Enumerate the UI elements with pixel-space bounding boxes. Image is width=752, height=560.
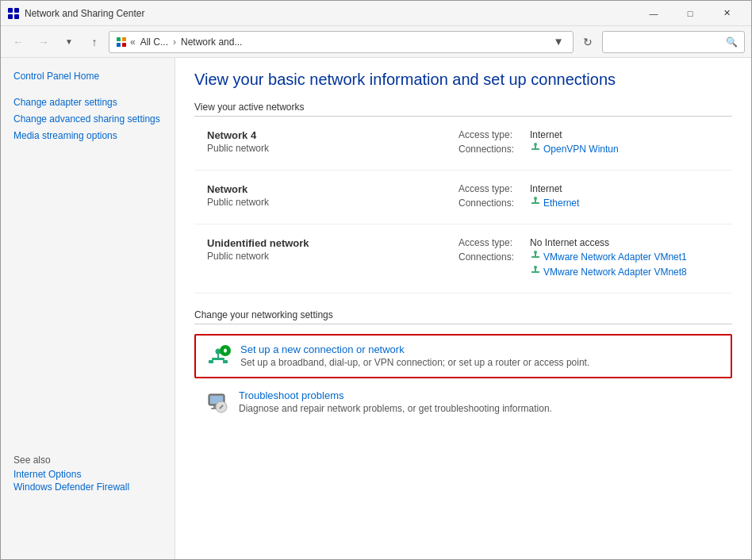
address-text1: « [130, 36, 136, 48]
main-panel: View your basic network information and … [175, 58, 751, 559]
access-type-label-3: Access type: [458, 237, 530, 248]
network-4-access-row: Access type: Internet [458, 129, 732, 140]
svg-point-13 [534, 197, 537, 200]
address-input-field[interactable]: « All C... › Network and... ▼ [109, 31, 574, 53]
address-dropdown-btn[interactable]: ▼ [551, 31, 566, 53]
network-icon-1 [530, 142, 541, 155]
svg-point-16 [534, 251, 537, 254]
connections-label-2: Connections: [458, 198, 530, 209]
firewall-link[interactable]: Windows Defender Firewall [13, 481, 162, 493]
unidentified-access-row: Access type: No Internet access [458, 237, 732, 248]
address-breadcrumb1: All C... [140, 36, 168, 48]
recent-button[interactable]: ▼ [58, 31, 80, 53]
address-separator: › [173, 36, 176, 48]
media-streaming-link[interactable]: Media streaming options [13, 130, 117, 141]
svg-rect-20 [212, 358, 224, 360]
unidentified-connections-row-2: VMware Network Adapter VMnet8 [458, 265, 732, 278]
svg-rect-2 [8, 14, 13, 19]
network-connection-link[interactable]: Ethernet [543, 198, 579, 209]
unidentified-connection-link-2[interactable]: VMware Network Adapter VMnet8 [543, 267, 687, 278]
setup-connection-link[interactable]: Set up a new connection or network [240, 343, 405, 355]
internet-options-link[interactable]: Internet Options [13, 469, 162, 480]
svg-rect-6 [117, 43, 121, 47]
unidentified-connection-link-1[interactable]: VMware Network Adapter VMnet1 [543, 251, 687, 263]
active-networks-header: View your active networks [194, 102, 732, 117]
window-title: Network and Sharing Center [25, 8, 635, 19]
refresh-button[interactable]: ↻ [577, 31, 599, 53]
network-row-3: Unidentified network Public network Acce… [194, 224, 732, 293]
network-icon-2 [530, 196, 541, 209]
access-type-value-3: No Internet access [530, 237, 609, 248]
setup-connection-icon [205, 343, 231, 369]
troubleshoot-desc: Diagnose and repair network problems, or… [239, 403, 723, 414]
sidebar: Control Panel Home Change adapter settin… [1, 58, 175, 559]
unidentified-info: Access type: No Internet access Connecti… [446, 237, 732, 280]
title-bar: Network and Sharing Center — □ ✕ [1, 1, 751, 26]
change-adapter-link[interactable]: Change adapter settings [13, 97, 117, 108]
sidebar-item-advanced-sharing[interactable]: Change advanced sharing settings [1, 110, 175, 127]
svg-point-10 [534, 143, 537, 146]
network-row-1: Network 4 Public network Access type: In… [194, 117, 732, 171]
svg-rect-23 [209, 360, 213, 363]
forward-button[interactable]: → [33, 31, 55, 53]
content-area: Control Panel Home Change adapter settin… [1, 58, 751, 559]
network-4-connection-link[interactable]: OpenVPN Wintun [543, 144, 619, 155]
svg-point-19 [534, 266, 537, 269]
close-button[interactable]: ✕ [708, 1, 745, 26]
change-advanced-sharing-link[interactable]: Change advanced sharing settings [13, 113, 160, 125]
svg-rect-11 [531, 202, 539, 204]
sidebar-item-home[interactable]: Control Panel Home [1, 67, 175, 84]
up-button[interactable]: ↑ [83, 31, 106, 53]
network-icon-3a [530, 250, 541, 263]
controlpanel-icon [116, 36, 127, 48]
see-also-section: See also Internet Options Windows Defend… [1, 445, 175, 504]
network-4-info: Access type: Internet Connections: [446, 129, 732, 157]
change-section-header: Change your networking settings [194, 309, 732, 324]
access-type-label-2: Access type: [458, 183, 530, 194]
svg-rect-5 [122, 37, 126, 41]
network-4-name: Network 4 [207, 129, 432, 141]
network-icon-3b [530, 265, 541, 278]
search-icon: 🔍 [726, 36, 738, 48]
search-box[interactable]: 🔍 [602, 31, 745, 53]
access-type-label-1: Access type: [458, 129, 530, 140]
see-also-title: See also [13, 455, 162, 466]
network-info: Access type: Internet Connections: [446, 183, 732, 211]
svg-rect-24 [223, 360, 228, 363]
sidebar-item-media[interactable]: Media streaming options [1, 127, 175, 144]
back-button[interactable]: ← [7, 31, 29, 53]
svg-rect-7 [122, 43, 126, 47]
change-section: Change your networking settings [194, 309, 732, 423]
network-access-row: Access type: Internet [458, 183, 732, 194]
connection-setup-svg [205, 343, 231, 369]
svg-rect-0 [8, 8, 13, 13]
setup-connection-item: Set up a new connection or network Set u… [194, 334, 732, 378]
address-breadcrumb2: Network and... [181, 36, 242, 48]
maximize-button[interactable]: □ [672, 1, 708, 26]
control-panel-home-link[interactable]: Control Panel Home [13, 71, 99, 82]
network-4-name-col: Network 4 Public network [194, 129, 432, 154]
address-bar: ← → ▼ ↑ « All C... › Network and... ▼ ↻ … [1, 26, 751, 58]
troubleshoot-svg [204, 389, 229, 415]
connection-icon-1 [530, 142, 541, 153]
svg-rect-14 [531, 256, 539, 258]
svg-rect-27 [224, 349, 226, 353]
svg-rect-3 [14, 14, 19, 19]
access-type-value-1: Internet [530, 129, 562, 140]
troubleshoot-link[interactable]: Troubleshoot problems [239, 389, 343, 401]
network-connections-row: Connections: Ethernet [458, 196, 732, 209]
network-4-type: Public network [207, 143, 432, 154]
svg-rect-17 [531, 271, 539, 273]
unidentified-type: Public network [207, 251, 432, 262]
unidentified-name: Unidentified network [207, 237, 432, 249]
network-type: Public network [207, 197, 432, 208]
network-row-2: Network Public network Access type: Inte… [194, 171, 732, 224]
svg-rect-1 [14, 8, 19, 13]
connection-icon-2 [530, 196, 541, 207]
svg-rect-8 [531, 148, 539, 150]
minimize-button[interactable]: — [635, 1, 672, 26]
connection-icon-3a [530, 250, 541, 261]
sidebar-item-adapter[interactable]: Change adapter settings [1, 94, 175, 110]
window-controls: — □ ✕ [635, 1, 745, 26]
connections-label-1: Connections: [458, 144, 530, 155]
